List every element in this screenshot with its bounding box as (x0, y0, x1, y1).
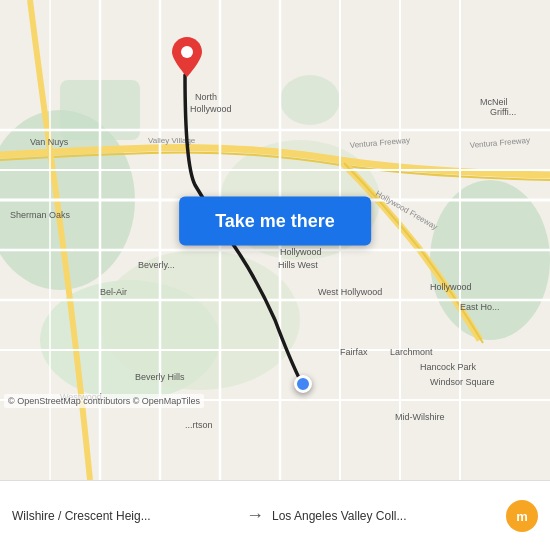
svg-text:Windsor Square: Windsor Square (430, 377, 495, 387)
svg-text:Larchmont: Larchmont (390, 347, 433, 357)
moovit-logo-mark: m (506, 500, 538, 532)
svg-text:Hollywood: Hollywood (280, 247, 322, 257)
svg-text:Van Nuys: Van Nuys (30, 137, 69, 147)
moovit-logo: m (506, 500, 538, 532)
svg-text:...rtson: ...rtson (185, 420, 213, 430)
svg-text:Hollywood: Hollywood (190, 104, 232, 114)
svg-text:Hills West: Hills West (278, 260, 318, 270)
svg-point-6 (100, 250, 300, 390)
svg-text:Hancock Park: Hancock Park (420, 362, 477, 372)
origin-marker (172, 37, 202, 77)
map-attribution: © OpenStreetMap contributors © OpenMapTi… (4, 394, 204, 408)
svg-text:Griffi...: Griffi... (490, 107, 516, 117)
svg-text:Hollywood: Hollywood (430, 282, 472, 292)
svg-text:North: North (195, 92, 217, 102)
map-container: Van Nuys North Hollywood McNeil Valley V… (0, 0, 550, 480)
svg-text:Bel-Air: Bel-Air (100, 287, 127, 297)
destination-marker (294, 375, 312, 393)
svg-point-48 (181, 46, 193, 58)
svg-text:Mid-Wilshire: Mid-Wilshire (395, 412, 445, 422)
svg-text:Fairfax: Fairfax (340, 347, 368, 357)
svg-text:West Hollywood: West Hollywood (318, 287, 382, 297)
svg-text:East Ho...: East Ho... (460, 302, 500, 312)
svg-text:Beverly...: Beverly... (138, 260, 175, 270)
svg-text:Beverly Hills: Beverly Hills (135, 372, 185, 382)
take-me-there-button[interactable]: Take me there (179, 196, 371, 245)
svg-text:m: m (516, 509, 528, 524)
svg-point-5 (280, 75, 340, 125)
bottom-bar: Wilshire / Crescent Heig... → Los Angele… (0, 480, 550, 550)
route-from-label: Wilshire / Crescent Heig... (12, 509, 238, 523)
svg-text:Sherman Oaks: Sherman Oaks (10, 210, 71, 220)
route-arrow-icon: → (246, 505, 264, 526)
svg-point-2 (430, 180, 550, 340)
svg-text:McNeil: McNeil (480, 97, 508, 107)
route-to-label: Los Angeles Valley Coll... (272, 509, 498, 523)
